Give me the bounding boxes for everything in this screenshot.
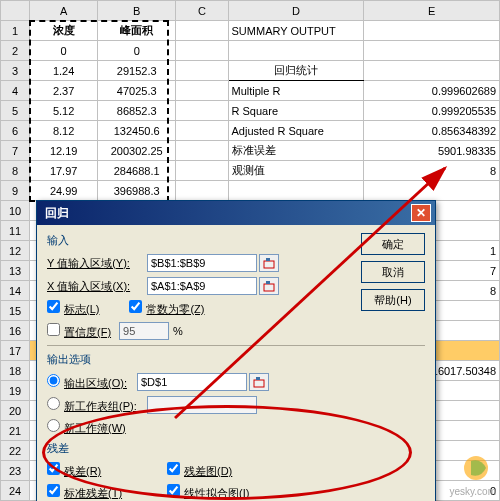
labels-checkbox[interactable]: 标志(L) [47,300,99,317]
cell[interactable] [176,81,228,101]
row-header[interactable]: 24 [1,481,30,501]
row-header[interactable]: 17 [1,341,30,361]
table-row: 200 [1,41,500,61]
residuals-checkbox[interactable]: 残差(R) [47,462,167,479]
col-header[interactable]: A [30,1,98,21]
cell[interactable]: 2.37 [30,81,98,101]
output-range-radio[interactable]: 输出区域(O): [47,374,127,391]
row-header[interactable]: 14 [1,281,30,301]
cell[interactable]: 396988.3 [98,181,176,201]
cell[interactable] [176,141,228,161]
row-header[interactable]: 16 [1,321,30,341]
cell[interactable] [176,21,228,41]
col-header[interactable]: C [176,1,228,21]
cell[interactable]: 浓度 [30,21,98,41]
cell[interactable]: 17.97 [30,161,98,181]
regression-dialog: 回归 ✕ 确定 取消 帮助(H) 输入 Y 值输入区域(Y): X 值输入区域(… [36,200,436,501]
corner-cell[interactable] [1,1,30,21]
cell[interactable]: 0.999205535 [364,101,500,121]
row-header[interactable]: 11 [1,221,30,241]
row-header[interactable]: 9 [1,181,30,201]
row-header[interactable]: 1 [1,21,30,41]
row-header[interactable]: 23 [1,461,30,481]
col-header[interactable]: B [98,1,176,21]
cell[interactable]: 观测值 [228,161,364,181]
cell[interactable] [364,181,500,201]
cell[interactable]: 5901.98335 [364,141,500,161]
cell[interactable]: R Square [228,101,364,121]
cell[interactable]: 0.999602689 [364,81,500,101]
confidence-input[interactable] [119,322,169,340]
titlebar[interactable]: 回归 ✕ [37,201,435,225]
cell[interactable]: 峰面积 [98,21,176,41]
help-button[interactable]: 帮助(H) [361,289,425,311]
row-header[interactable]: 3 [1,61,30,81]
cell[interactable]: 24.99 [30,181,98,201]
residual-plot-checkbox[interactable]: 残差图(D) [167,462,232,479]
row-header[interactable]: 21 [1,421,30,441]
new-worksheet-input[interactable] [147,396,257,414]
cell[interactable]: 0 [30,41,98,61]
col-header[interactable]: D [228,1,364,21]
cell[interactable]: 47025.3 [98,81,176,101]
ok-button[interactable]: 确定 [361,233,425,255]
cell[interactable]: 标准误差 [228,141,364,161]
refedit-icon[interactable] [249,373,269,391]
refedit-icon[interactable] [259,254,279,272]
col-header[interactable]: E [364,1,500,21]
cell[interactable]: 132450.6 [98,121,176,141]
cell[interactable] [228,41,364,61]
const-zero-checkbox[interactable]: 常数为零(Z) [129,300,204,317]
row-header[interactable]: 15 [1,301,30,321]
std-residuals-checkbox[interactable]: 标准残差(T) [47,484,167,501]
cell[interactable]: 1.24 [30,61,98,81]
row-header[interactable]: 7 [1,141,30,161]
y-range-input[interactable] [147,254,257,272]
row-header[interactable]: 8 [1,161,30,181]
row-header[interactable]: 18 [1,361,30,381]
cell[interactable]: 86852.3 [98,101,176,121]
refedit-icon[interactable] [259,277,279,295]
row-header[interactable]: 20 [1,401,30,421]
cell[interactable] [176,121,228,141]
cancel-button[interactable]: 取消 [361,261,425,283]
row-header[interactable]: 6 [1,121,30,141]
cell[interactable]: Multiple R [228,81,364,101]
cell[interactable]: 0.856348392 [364,121,500,141]
row-header[interactable]: 22 [1,441,30,461]
row-header[interactable]: 4 [1,81,30,101]
cell[interactable]: 5.12 [30,101,98,121]
new-worksheet-radio[interactable]: 新工作表组(P): [47,397,137,414]
cell[interactable]: 8.12 [30,121,98,141]
row-header[interactable]: 5 [1,101,30,121]
cell[interactable] [364,41,500,61]
cell[interactable]: SUMMARY OUTPUT [228,21,364,41]
output-range-input[interactable] [137,373,247,391]
new-workbook-radio[interactable]: 新工作簿(W) [47,419,126,436]
row-header[interactable]: 19 [1,381,30,401]
row-header[interactable]: 13 [1,261,30,281]
cell[interactable]: 29152.3 [98,61,176,81]
cell[interactable] [228,181,364,201]
cell[interactable]: 回归统计 [228,61,364,81]
cell[interactable]: 200302.25 [98,141,176,161]
row-header[interactable]: 10 [1,201,30,221]
cell[interactable] [364,21,500,41]
cell[interactable]: Adjusted R Square [228,121,364,141]
cell[interactable] [176,101,228,121]
x-range-input[interactable] [147,277,257,295]
cell[interactable]: 12.19 [30,141,98,161]
row-header[interactable]: 2 [1,41,30,61]
cell[interactable] [176,61,228,81]
close-icon[interactable]: ✕ [411,204,431,222]
cell[interactable] [364,61,500,81]
row-header[interactable]: 12 [1,241,30,261]
line-fit-plot-checkbox[interactable]: 线性拟合图(I) [167,484,249,501]
cell[interactable] [176,181,228,201]
cell[interactable] [176,41,228,61]
cell[interactable]: 0 [98,41,176,61]
cell[interactable]: 284688.1 [98,161,176,181]
cell[interactable] [176,161,228,181]
cell[interactable]: 8 [364,161,500,181]
confidence-checkbox[interactable]: 置信度(F) [47,323,111,340]
